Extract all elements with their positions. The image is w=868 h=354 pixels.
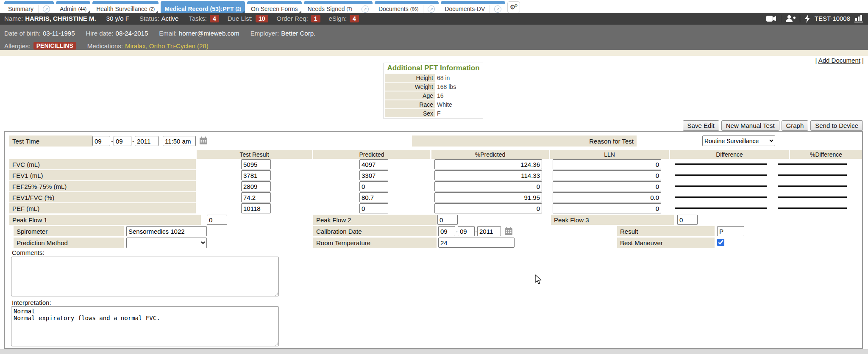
height-label: Height: [385, 74, 435, 82]
reason-for-test-label: Reason for Test: [412, 136, 637, 147]
hire-date-value: 08-24-2015: [116, 30, 148, 37]
esign-label: eSign:: [329, 15, 347, 22]
popout-icon[interactable]: ↗: [428, 6, 435, 13]
fef-test-result-input[interactable]: [241, 181, 271, 191]
fef-lln-input[interactable]: [553, 181, 661, 191]
fev1-fvc-predicted-input[interactable]: [359, 192, 388, 202]
comments-textarea[interactable]: [11, 257, 279, 296]
spirometer-label: Spirometer: [14, 226, 124, 236]
tab-on-screen-forms[interactable]: On Screen Forms: [247, 1, 301, 14]
new-manual-test-button[interactable]: New Manual Test: [721, 120, 779, 131]
calibration-day-input[interactable]: [458, 226, 475, 236]
bar-chart-icon[interactable]: [854, 15, 864, 22]
add-person-icon[interactable]: [785, 15, 796, 22]
video-camera-icon[interactable]: [766, 15, 776, 22]
tab-medical-record-pft[interactable]: Medical Record (53):PFT (2): [161, 1, 245, 14]
peak-flow-3-label: Peak Flow 3: [551, 215, 674, 225]
tab-label: On Screen Forms: [251, 6, 298, 12]
race-label: Race: [385, 100, 435, 108]
medications-value[interactable]: Miralax, Ortho Tri-Cyclen (28): [125, 42, 209, 50]
tab-documents-dv[interactable]: Documents-DV ↗: [441, 1, 505, 14]
tab-label: Summary: [8, 6, 33, 12]
order-req-badge[interactable]: 1: [311, 15, 320, 22]
tab-bar: Summary ↗ Admin (44) Health Surveillance…: [0, 0, 868, 14]
allergy-badge[interactable]: PENICILLINS: [33, 42, 76, 50]
result-input[interactable]: [717, 226, 744, 236]
patient-banner: Name: HARRIS, CHRISTINE M. 30 y/o F Stat…: [0, 13, 868, 24]
popout-icon[interactable]: ↗: [494, 6, 501, 13]
fvc-test-result-input[interactable]: [241, 159, 271, 169]
spirometer-input[interactable]: [126, 226, 207, 236]
peak-flow-1-input[interactable]: [207, 215, 227, 225]
calendar-icon[interactable]: [504, 227, 513, 235]
tasks-badge[interactable]: 4: [210, 15, 219, 22]
weight-label: Weight: [385, 83, 435, 91]
row-label-fvc: FVC (mL): [9, 159, 196, 169]
calibration-year-input[interactable]: [477, 226, 501, 236]
test-time-day-input[interactable]: [114, 136, 131, 146]
tab-cap: [161, 1, 245, 4]
prediction-method-select[interactable]: [126, 238, 207, 248]
room-temperature-input[interactable]: [438, 238, 515, 248]
fev1-lln-input[interactable]: [553, 170, 661, 180]
test-time-year-input[interactable]: [135, 136, 159, 146]
pipe: |: [862, 57, 864, 64]
test-time-time-input[interactable]: [163, 136, 196, 146]
pef-test-result-input[interactable]: [241, 203, 271, 213]
fef-predicted-input[interactable]: [359, 181, 388, 191]
action-button-row: Save Edit New Manual Test Graph Send to …: [683, 120, 863, 131]
tab-admin[interactable]: Admin (44): [56, 1, 90, 14]
pef-predicted-input[interactable]: [359, 203, 388, 213]
fvc-predicted-input[interactable]: [359, 159, 388, 169]
room-temperature-label: Room Temperature: [313, 238, 437, 248]
tab-divider: [490, 5, 490, 13]
peak-flow-2-input[interactable]: [437, 215, 458, 225]
tab-label: Needs Signed: [308, 6, 345, 12]
tab-health-surveillance[interactable]: Health Surveillance (2): [92, 1, 159, 14]
popout-icon[interactable]: ↗: [43, 6, 50, 13]
test-time-month-input[interactable]: [92, 136, 110, 146]
employer-value: Better Corp.: [281, 30, 315, 37]
reason-for-test-select[interactable]: Routine Surveillance: [702, 136, 775, 146]
additional-pft-info-box: Additional PFT Information Height68 in W…: [384, 63, 483, 119]
fev1-fvc-pct-predicted-input[interactable]: [434, 192, 542, 202]
tab-count: (2): [149, 6, 155, 11]
interpretation-textarea[interactable]: Normal Normal expiratory flows and a nor…: [11, 306, 279, 346]
lightning-bolt-icon[interactable]: [804, 14, 810, 23]
fev1-difference-line: [675, 174, 767, 176]
send-to-device-button[interactable]: Send to Device: [810, 120, 863, 131]
peak-flow-3-input[interactable]: [677, 215, 698, 225]
graph-button[interactable]: Graph: [782, 120, 809, 131]
calendar-icon[interactable]: [199, 136, 208, 145]
esign-badge[interactable]: 4: [350, 15, 359, 22]
col-header-difference: Difference: [670, 150, 789, 159]
fev1-fvc-test-result-input[interactable]: [241, 192, 271, 202]
main-content: | Add Document | Additional PFT Informat…: [0, 56, 868, 349]
fev1-test-result-input[interactable]: [241, 170, 271, 180]
settings-gear-icon[interactable]: ⚙⚙: [507, 1, 520, 13]
tab-summary[interactable]: Summary ↗: [4, 1, 54, 14]
fev1-pct-predicted-input[interactable]: [434, 170, 542, 180]
due-list-badge[interactable]: 10: [256, 15, 268, 22]
row-label-pef: PEF (mL): [9, 203, 196, 213]
fef-pct-predicted-input[interactable]: [434, 181, 542, 191]
best-maneuver-checkbox[interactable]: [717, 239, 724, 246]
add-document-link[interactable]: Add Document: [818, 57, 860, 64]
fev1-fvc-lln-input[interactable]: [553, 192, 661, 202]
fev1-predicted-input[interactable]: [359, 170, 388, 180]
calibration-month-input[interactable]: [438, 226, 455, 236]
tab-documents[interactable]: Documents (66) ↗: [375, 1, 439, 14]
age-value: 16: [435, 91, 482, 100]
fvc-pct-predicted-input[interactable]: [434, 159, 542, 169]
date-dash: -: [111, 138, 113, 145]
tab-label: Documents-DV: [445, 6, 485, 12]
fvc-lln-input[interactable]: [553, 159, 661, 169]
status-value: Active: [161, 15, 179, 22]
save-edit-button[interactable]: Save Edit: [683, 120, 719, 131]
tab-needs-signed[interactable]: Needs Signed (7) ↗: [304, 1, 373, 14]
popout-icon[interactable]: ↗: [362, 6, 369, 13]
pef-pct-predicted-input[interactable]: [434, 203, 542, 213]
pef-lln-input[interactable]: [553, 203, 661, 213]
tasks-label: Tasks:: [189, 15, 207, 22]
race-value: White: [435, 100, 482, 108]
